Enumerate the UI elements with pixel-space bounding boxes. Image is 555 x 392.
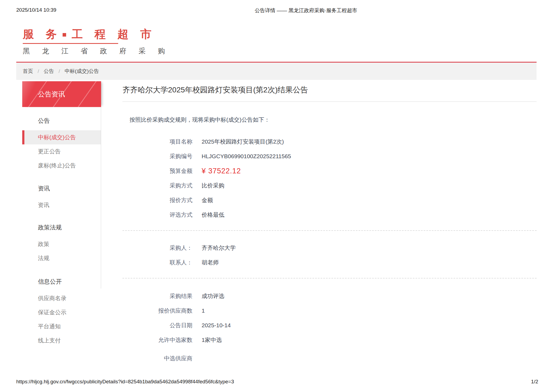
sidebar-item[interactable]: 更正公告 — [22, 144, 101, 158]
sidebar-item[interactable]: 保证金公示 — [22, 305, 101, 319]
sidebar-section-items: 资讯 — [22, 198, 101, 212]
field-row: 公告日期2025-10-14 — [122, 318, 537, 333]
field-row: 采购结果成功评选 — [122, 289, 537, 303]
print-timestamp: 2025/10/14 10:39 — [16, 7, 56, 13]
field-label: 报价供应商数 — [122, 307, 192, 315]
breadcrumb-separator: / — [38, 68, 39, 74]
field-value: 金额 — [202, 196, 213, 204]
breadcrumb-item[interactable]: 公告 — [44, 68, 54, 75]
sidebar-section-items: 供应商名录保证金公示平台通知线上支付 — [22, 291, 101, 348]
sidebar-item[interactable]: 中标(成交)公告 — [22, 130, 101, 144]
field-value: 比价采购 — [202, 182, 224, 189]
main-content: 齐齐哈尔大学2025年校园路灯安装项目(第2次)结果公告 按照比价采购成交规则，… — [122, 81, 537, 366]
sidebar-section-items: 政策法规 — [22, 237, 101, 265]
field-row: 评选方式价格最低 — [122, 208, 537, 222]
logo-underline — [23, 43, 118, 44]
field-value: 2025年校园路灯安装项目(第2次) — [202, 138, 284, 145]
site-logo: 服 务 工 程 超 市 黑 龙 江 省 政 府 采 购 — [23, 29, 170, 54]
sidebar-section: 公告中标(成交)公告更正公告废标(终止)公告 — [22, 114, 101, 173]
field-value: 2025-10-14 — [202, 322, 231, 329]
logo-title-right: 工 程 超 市 — [72, 29, 156, 40]
field-value: 成功评选 — [202, 292, 224, 300]
field-label: 公告日期 — [122, 322, 192, 329]
sidebar-header: 公告资讯 — [22, 81, 101, 107]
field-row: 采购人：齐齐哈尔大学 — [122, 241, 537, 255]
field-label: 采购结果 — [122, 292, 192, 300]
field-row: 中选供应商 — [122, 351, 537, 366]
field-label: 采购人： — [122, 244, 192, 252]
breadcrumb-item[interactable]: 首页 — [23, 68, 33, 75]
site-logo-subtitle: 黑 龙 江 省 政 府 采 购 — [23, 47, 170, 54]
sidebar-item[interactable]: 资讯 — [22, 198, 101, 212]
field-row: 采购编号HLJGCYB06990100Z20252211565 — [122, 149, 537, 164]
breadcrumb-item: 中标(成交)公告 — [65, 68, 99, 75]
field-row: 预算金额¥ 37522.12 — [122, 164, 537, 178]
field-value: 1家中选 — [202, 336, 222, 344]
field-label: 采购编号 — [122, 153, 192, 160]
field-label: 报价方式 — [122, 196, 192, 204]
field-value: 价格最低 — [202, 211, 224, 219]
field-row: 允许中选家数1家中选 — [122, 333, 537, 347]
sidebar-item[interactable]: 废标(终止)公告 — [22, 158, 101, 173]
field-label: 预算金额 — [122, 167, 192, 175]
logo-dot-icon — [63, 33, 66, 37]
field-label: 允许中选家数 — [122, 336, 192, 344]
dashed-divider — [122, 230, 537, 231]
breadcrumb: 首页/公告/中标(成交)公告 — [16, 63, 537, 80]
field-row: 联系人：胡老师 — [122, 255, 537, 270]
sidebar-item[interactable]: 供应商名录 — [22, 291, 101, 305]
field-group: 采购结果成功评选报价供应商数1公告日期2025-10-14允许中选家数1家中选中… — [122, 289, 537, 366]
field-value: HLJGCYB06990100Z20252211565 — [202, 153, 291, 160]
sidebar: 公告资讯 公告中标(成交)公告更正公告废标(终止)公告资讯资讯政策法规政策法规信… — [22, 81, 101, 348]
page: 2025/10/14 10:39 公告详情 —— 黑龙江政府采购·服务工程超市 … — [0, 0, 555, 392]
field-group: 采购人：齐齐哈尔大学联系人：胡老师 — [122, 241, 537, 270]
sidebar-section-title: 资讯 — [22, 181, 101, 196]
sidebar-section-title: 公告 — [22, 114, 101, 128]
field-value: 1 — [202, 307, 205, 314]
sidebar-section-items: 中标(成交)公告更正公告废标(终止)公告 — [22, 130, 101, 173]
sidebar-item[interactable]: 政策 — [22, 237, 101, 251]
field-row: 报价方式金额 — [122, 193, 537, 208]
page-title: 齐齐哈尔大学2025年校园路灯安装项目(第2次)结果公告 — [122, 85, 537, 95]
sidebar-section: 政策法规政策法规 — [22, 220, 101, 265]
sidebar-menu: 公告中标(成交)公告更正公告废标(终止)公告资讯资讯政策法规政策法规信息公开供应… — [22, 114, 101, 348]
field-label: 项目名称 — [122, 138, 192, 145]
field-label: 联系人： — [122, 259, 192, 266]
sidebar-item[interactable]: 线上支付 — [22, 333, 101, 348]
intro-text: 按照比价采购成交规则，现将采购中标(成交)公告如下： — [130, 116, 537, 124]
field-row: 采购方式比价采购 — [122, 178, 537, 193]
print-document-title: 公告详情 —— 黑龙江政府采购·服务工程超市 — [255, 7, 357, 14]
field-label: 中选供应商 — [122, 355, 192, 362]
print-footer-page-number: 1/2 — [531, 379, 538, 385]
field-row: 报价供应商数1 — [122, 303, 537, 318]
field-groups: 项目名称2025年校园路灯安装项目(第2次)采购编号HLJGCYB0699010… — [122, 134, 537, 366]
field-label: 采购方式 — [122, 182, 192, 189]
sidebar-section-title: 政策法规 — [22, 220, 101, 235]
title-separator — [122, 101, 537, 102]
sidebar-item[interactable]: 平台通知 — [22, 319, 101, 333]
field-row: 项目名称2025年校园路灯安装项目(第2次) — [122, 134, 537, 149]
dashed-divider — [122, 278, 537, 278]
field-label: 评选方式 — [122, 211, 192, 219]
sidebar-section: 信息公开供应商名录保证金公示平台通知线上支付 — [22, 274, 101, 348]
field-value: 胡老师 — [202, 259, 219, 266]
logo-title-left: 服 务 — [23, 29, 61, 40]
field-value: 齐齐哈尔大学 — [202, 244, 236, 252]
site-logo-title: 服 务 工 程 超 市 — [23, 29, 170, 40]
field-group: 项目名称2025年校园路灯安装项目(第2次)采购编号HLJGCYB0699010… — [122, 134, 537, 222]
field-value: ¥ 37522.12 — [202, 167, 241, 175]
sidebar-border — [101, 81, 101, 289]
print-footer-url: https://hljcg.hlj.gov.cn/fwgccs/publicit… — [16, 379, 234, 385]
sidebar-item[interactable]: 法规 — [22, 251, 101, 265]
sidebar-section: 资讯资讯 — [22, 181, 101, 212]
breadcrumb-separator: / — [59, 68, 60, 74]
sidebar-section-title: 信息公开 — [22, 274, 101, 289]
